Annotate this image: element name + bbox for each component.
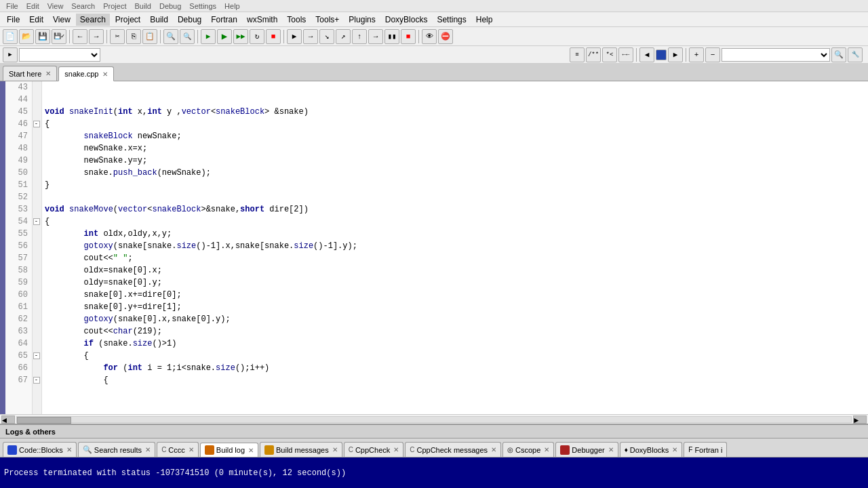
top-shadow-debug: Debug bbox=[156, 1, 184, 11]
menu-file[interactable]: File bbox=[3, 14, 24, 26]
step-next-btn[interactable]: → bbox=[368, 29, 383, 44]
bottom-tab-cccc[interactable]: C Cccc ✕ bbox=[157, 442, 199, 457]
paste-btn[interactable]: 📋 bbox=[142, 29, 157, 44]
prev-btn[interactable]: ◀ bbox=[639, 47, 654, 62]
run-btn[interactable]: ▶ bbox=[217, 29, 232, 44]
tab-start-here[interactable]: Start here ✕ bbox=[3, 66, 57, 81]
bottom-tab-cscope[interactable]: ◎ Cscope ✕ bbox=[502, 442, 554, 457]
bottom-tab-doxyblocks[interactable]: ♦ DoxyBlocks ✕ bbox=[620, 442, 683, 457]
menu-view[interactable]: View bbox=[49, 14, 75, 26]
doxy3-btn[interactable]: ←← bbox=[618, 47, 633, 62]
ln-57: 57 bbox=[9, 252, 28, 264]
zoom-in-btn[interactable]: + bbox=[689, 47, 704, 62]
bottom-tab-cppcheck[interactable]: C CppCheck ✕ bbox=[344, 442, 404, 457]
bottom-tab-debugger-close[interactable]: ✕ bbox=[608, 446, 614, 453]
bottom-tab-search-results-close[interactable]: ✕ bbox=[145, 446, 151, 453]
target-btn[interactable]: ▶ bbox=[3, 47, 18, 62]
search-results-icon: 🔍 bbox=[83, 445, 92, 454]
menu-settings[interactable]: Settings bbox=[433, 14, 470, 26]
tab-snake-cpp[interactable]: snake.cpp ✕ bbox=[58, 66, 114, 81]
replace-btn[interactable]: 🔍 bbox=[180, 29, 195, 44]
bottom-tab-build-log[interactable]: Build log ✕ bbox=[200, 443, 258, 458]
code-line-43 bbox=[45, 81, 865, 94]
top-shadow-search: Search bbox=[68, 1, 98, 11]
step-out-btn[interactable]: ↑ bbox=[352, 29, 367, 44]
next-instr-btn[interactable]: → bbox=[303, 29, 318, 44]
search-combo[interactable] bbox=[722, 48, 830, 62]
step-over-btn[interactable]: ↗ bbox=[336, 29, 351, 44]
menu-help[interactable]: Help bbox=[472, 14, 497, 26]
build-target-select[interactable] bbox=[19, 48, 100, 62]
cut-btn[interactable]: ✂ bbox=[110, 29, 125, 44]
menu-doxyblocks[interactable]: DoxyBlocks bbox=[381, 14, 432, 26]
menu-project[interactable]: Project bbox=[111, 14, 144, 26]
bottom-tab-cppcheck-messages-close[interactable]: ✕ bbox=[491, 446, 496, 453]
tab-start-here-close[interactable]: ✕ bbox=[45, 70, 51, 77]
scroll-track-h[interactable] bbox=[16, 416, 852, 423]
menu-search[interactable]: Search bbox=[76, 14, 110, 26]
save-all-btn[interactable]: 💾✓ bbox=[52, 29, 66, 44]
undo-btn[interactable]: ← bbox=[73, 29, 87, 44]
ln-60: 60 bbox=[9, 289, 28, 301]
stop-debug-btn[interactable]: ■ bbox=[401, 29, 416, 44]
menu-fortran[interactable]: Fortran bbox=[207, 14, 241, 26]
editor-scrollbar-h[interactable]: ◄ ► bbox=[0, 414, 868, 424]
pause-btn[interactable]: ▮▮ bbox=[384, 29, 399, 44]
fold-46[interactable]: - bbox=[33, 121, 40, 127]
open-file-btn[interactable]: 📂 bbox=[19, 29, 34, 44]
search-file-btn[interactable]: 🔍 bbox=[831, 47, 846, 62]
menu-debug[interactable]: Debug bbox=[174, 14, 205, 26]
bottom-tab-cppcheck-messages[interactable]: C CppCheck messages ✕ bbox=[405, 442, 501, 457]
code-completion-btn[interactable]: ≡ bbox=[570, 47, 585, 62]
save-file-btn[interactable]: 💾 bbox=[35, 29, 50, 44]
bottom-tab-fortran[interactable]: F Fortran i bbox=[684, 442, 727, 457]
fold-65[interactable]: - bbox=[33, 352, 40, 359]
menu-edit[interactable]: Edit bbox=[25, 14, 47, 26]
build-target-btn[interactable]: ▶ bbox=[201, 29, 216, 44]
fold-54[interactable]: - bbox=[33, 218, 40, 225]
bottom-tab-cccc-close[interactable]: ✕ bbox=[189, 446, 194, 453]
bottom-tab-bar: Code::Blocks ✕ 🔍 Search results ✕ C Cccc… bbox=[0, 439, 868, 458]
bottom-tab-codeblocks-close[interactable]: ✕ bbox=[66, 446, 72, 453]
doxyblocks-icon: ♦ bbox=[625, 446, 628, 453]
bottom-tab-build-log-close[interactable]: ✕ bbox=[248, 447, 254, 454]
bottom-tab-debugger[interactable]: Debugger ✕ bbox=[555, 442, 618, 457]
doxy1-btn[interactable]: /** bbox=[586, 47, 601, 62]
scroll-right-btn[interactable]: ► bbox=[853, 415, 867, 424]
watch-btn[interactable]: 👁 bbox=[422, 29, 437, 44]
menu-plugins[interactable]: Plugins bbox=[344, 14, 379, 26]
new-file-btn[interactable]: 📄 bbox=[3, 29, 18, 44]
menu-build[interactable]: Build bbox=[146, 14, 172, 26]
menu-tools[interactable]: Tools bbox=[283, 14, 310, 26]
open-cb-btn[interactable] bbox=[656, 49, 667, 60]
bottom-tab-cscope-close[interactable]: ✕ bbox=[544, 446, 549, 453]
build-run-btn[interactable]: ▶▶ bbox=[233, 29, 248, 44]
bottom-tab-doxyblocks-close[interactable]: ✕ bbox=[672, 446, 677, 453]
search-project-btn[interactable]: 🔧 bbox=[848, 47, 863, 62]
redo-btn[interactable]: → bbox=[89, 29, 104, 44]
scroll-thumb-h[interactable] bbox=[17, 417, 71, 424]
bottom-tab-search-results[interactable]: 🔍 Search results ✕ bbox=[78, 442, 155, 457]
bottom-tab-build-messages-close[interactable]: ✕ bbox=[332, 446, 338, 453]
sep2 bbox=[106, 30, 107, 43]
bottom-tab-cppcheck-close[interactable]: ✕ bbox=[393, 446, 399, 453]
tab-snake-cpp-close[interactable]: ✕ bbox=[102, 70, 108, 78]
stop-btn[interactable]: ■ bbox=[266, 29, 281, 44]
scroll-left-btn[interactable]: ◄ bbox=[1, 415, 15, 424]
code-editor[interactable]: void snakeInit(int x,int y ,vector<snake… bbox=[42, 81, 868, 414]
step-into-btn[interactable]: ↘ bbox=[319, 29, 334, 44]
fold-67[interactable]: - bbox=[33, 377, 40, 384]
bottom-tab-build-messages[interactable]: Build messages ✕ bbox=[260, 442, 342, 457]
menu-wxsmith[interactable]: wxSmith bbox=[243, 14, 281, 26]
zoom-out-btn[interactable]: − bbox=[705, 47, 720, 62]
code-line-54: { bbox=[45, 216, 865, 228]
next-btn[interactable]: ▶ bbox=[668, 47, 683, 62]
find-btn[interactable]: 🔍 bbox=[163, 29, 178, 44]
doxy2-btn[interactable]: *< bbox=[602, 47, 617, 62]
bottom-tab-codeblocks[interactable]: Code::Blocks ✕ bbox=[3, 442, 77, 457]
debug-btn[interactable]: ▶ bbox=[287, 29, 302, 44]
abort-btn[interactable]: ⛔ bbox=[438, 29, 453, 44]
copy-btn[interactable]: ⎘ bbox=[126, 29, 141, 44]
recheck-btn[interactable]: ↻ bbox=[250, 29, 264, 44]
menu-tools-plus[interactable]: Tools+ bbox=[311, 14, 343, 26]
